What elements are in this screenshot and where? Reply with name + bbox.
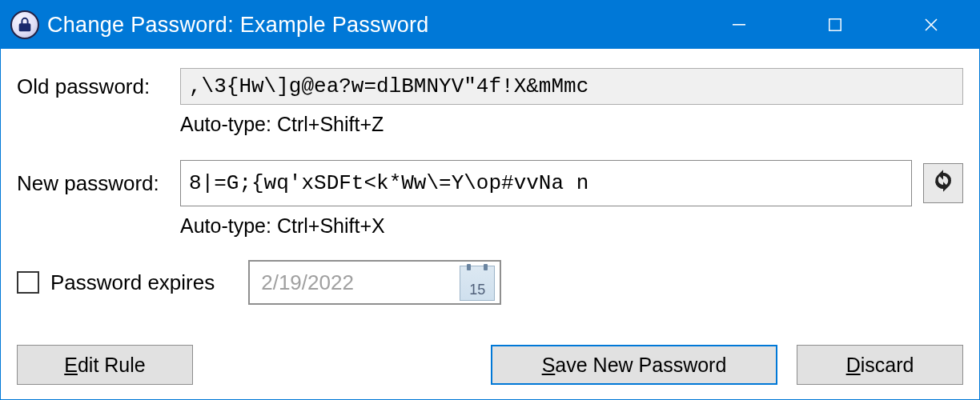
refresh-icon: [931, 169, 955, 198]
old-password-label: Old password:: [17, 74, 180, 99]
save-new-password-button[interactable]: Save New Password: [491, 345, 777, 385]
titlebar[interactable]: Change Password: Example Password: [1, 1, 979, 49]
minimize-button[interactable]: [691, 1, 787, 49]
discard-button[interactable]: Discard: [797, 345, 963, 385]
password-expires-checkbox[interactable]: [17, 271, 39, 294]
calendar-icon[interactable]: 15: [460, 266, 495, 301]
password-expires-date[interactable]: 2/19/2022 15: [248, 260, 501, 305]
dialog-body: Old password: ,\3{Hw\]g@ea?w=dlBMNYV"4f!…: [1, 49, 979, 399]
new-password-autotype-row: Auto-type: Ctrl+Shift+X: [17, 206, 963, 246]
old-password-autotype-row: Auto-type: Ctrl+Shift+Z: [17, 105, 963, 157]
maximize-button[interactable]: [787, 1, 883, 49]
new-password-autotype: Auto-type: Ctrl+Shift+X: [180, 214, 385, 238]
new-password-input[interactable]: [180, 160, 912, 206]
old-password-autotype: Auto-type: Ctrl+Shift+Z: [180, 113, 384, 136]
password-expires-row: Password expires 2/19/2022 15: [17, 260, 963, 305]
svg-rect-1: [829, 19, 841, 30]
dialog-buttons: Edit Rule Save New Password Discard: [17, 345, 963, 385]
new-password-row: New password:: [17, 160, 963, 206]
regenerate-button[interactable]: [923, 163, 963, 203]
lock-app-icon: [10, 10, 39, 39]
password-expires-label: Password expires: [50, 270, 215, 295]
window-title: Change Password: Example Password: [47, 13, 429, 38]
close-button[interactable]: [883, 1, 979, 49]
edit-rule-button[interactable]: Edit Rule: [17, 345, 193, 385]
change-password-dialog: Change Password: Example Password Old pa…: [0, 0, 980, 400]
svg-rect-0: [733, 24, 745, 26]
old-password-row: Old password: ,\3{Hw\]g@ea?w=dlBMNYV"4f!…: [17, 68, 963, 105]
old-password-field[interactable]: ,\3{Hw\]g@ea?w=dlBMNYV"4f!X&mMmc: [180, 68, 963, 105]
date-value: 2/19/2022: [250, 270, 354, 295]
calendar-day: 15: [469, 282, 485, 300]
new-password-label: New password:: [17, 171, 180, 196]
